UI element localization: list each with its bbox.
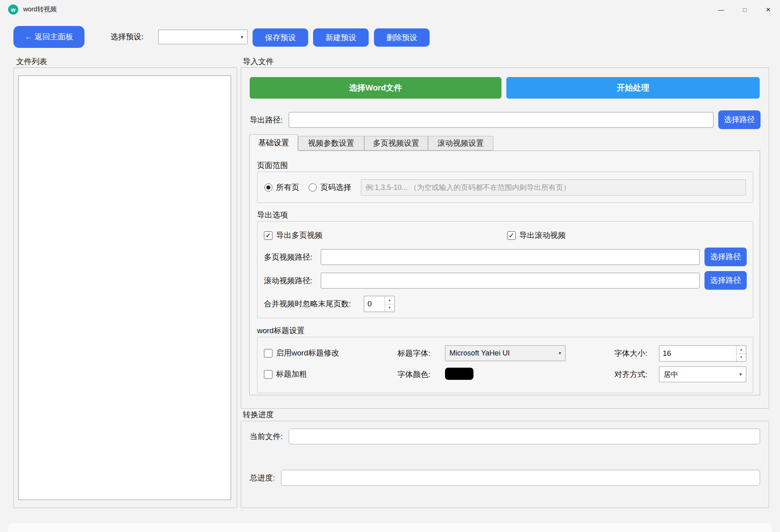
multi-video-path-label: 多页视频路径: [264,249,312,265]
check-icon: ✓ [508,232,514,239]
tab-multipage-video[interactable]: 多页视频设置 [364,136,428,151]
export-multi-video-checkbox[interactable]: ✓ [264,231,272,240]
align-select[interactable]: 居中 ▼ [659,366,746,382]
spinner-arrows: ▲ ▼ [736,346,746,361]
export-options-title: 导出选项 [257,210,288,220]
font-color-swatch[interactable] [445,368,473,380]
scroll-video-path-input[interactable] [321,273,700,289]
font-color-label: 字体颜色: [398,366,430,382]
chevron-down-icon: ▼ [735,367,746,382]
export-scroll-video-label: 导出滚动视频 [519,230,566,241]
export-path-label: 导出路径: [250,112,283,128]
font-size-spinner[interactable]: 16 ▲ ▼ [659,345,746,362]
title-bold-row[interactable]: 标题加粗 [264,369,307,379]
choose-multi-path-button[interactable]: 选择路径 [704,248,747,266]
export-path-input[interactable] [289,112,713,128]
ignore-pages-value: 0 [364,296,385,312]
chevron-down-icon: ▼ [555,346,565,361]
progress-section-title: 转换进度 [243,409,274,420]
minimize-icon[interactable]: — [709,0,733,19]
window-title: word转视频 [23,0,57,19]
export-scroll-video-row[interactable]: ✓ 导出滚动视频 [507,230,566,240]
page-range-title: 页面范围 [257,160,288,171]
title-font-value: Microsoft YaHei UI [445,349,555,358]
start-processing-button[interactable]: 开始处理 [506,77,760,99]
spin-down-icon[interactable]: ▼ [737,354,746,362]
spin-up-icon[interactable]: ▲ [737,346,746,354]
scroll-video-path-label: 滚动视频路径: [264,273,312,289]
align-label: 对齐方式: [614,366,647,382]
maximize-icon[interactable]: □ [733,0,756,19]
delete-preset-button[interactable]: 删除预设 [374,28,430,47]
preset-select[interactable]: ▼ [158,30,248,44]
new-preset-button[interactable]: 新建预设 [313,28,369,47]
ignore-pages-label: 合并视频时忽略末尾页数: [264,296,351,312]
select-word-file-button[interactable]: 选择Word文件 [250,77,501,99]
close-icon[interactable]: ✕ [756,0,780,19]
spin-down-icon[interactable]: ▼ [385,304,394,312]
export-multi-video-row[interactable]: ✓ 导出多页视频 [264,230,322,240]
file-list-box[interactable] [18,75,231,500]
font-size-label: 字体大小: [614,345,647,361]
total-progressbar [281,470,760,486]
choose-export-path-button[interactable]: 选择路径 [718,110,761,129]
choose-scroll-path-button[interactable]: 选择路径 [704,271,747,290]
title-bold-checkbox[interactable] [264,370,272,379]
current-file-progressbar [289,429,760,444]
select-pages-label: 页码选择 [320,182,351,193]
tab-video-params[interactable]: 视频参数设置 [298,136,364,151]
font-size-value: 16 [659,346,736,361]
export-scroll-video-checkbox[interactable]: ✓ [507,231,516,240]
enable-title-edit-row[interactable]: 启用word标题修改 [264,348,339,358]
check-icon: ✓ [265,232,271,239]
file-list-title: 文件列表 [16,56,47,67]
multi-video-path-input[interactable] [321,249,700,265]
import-section-title: 导入文件 [243,56,274,67]
app-icon: w [8,4,18,15]
all-pages-label: 所有页 [276,182,299,193]
tab-scroll-video[interactable]: 滚动视频设置 [428,136,493,151]
save-preset-button[interactable]: 保存预设 [253,28,308,47]
title-font-select[interactable]: Microsoft YaHei UI ▼ [445,345,566,361]
select-pages-radio[interactable] [309,183,317,192]
align-value: 居中 [659,370,735,379]
word-title-settings-title: word标题设置 [257,325,305,336]
enable-title-edit-checkbox[interactable] [264,349,272,358]
spin-up-icon[interactable]: ▲ [385,296,394,304]
enable-title-edit-label: 启用word标题修改 [276,348,339,358]
titlebar: w word转视频 — □ ✕ [0,0,780,19]
ignore-pages-spinner[interactable]: 0 ▲ ▼ [364,296,395,312]
select-pages-radio-row[interactable]: 页码选择 [309,182,351,193]
pages-input[interactable] [361,179,746,196]
all-pages-radio[interactable] [264,183,272,192]
chevron-down-icon: ▼ [237,30,247,44]
total-progress-label: 总进度: [250,470,275,486]
export-multi-video-label: 导出多页视频 [276,230,322,241]
back-to-main-button[interactable]: ← 返回主面板 [13,26,84,48]
title-font-label: 标题字体: [398,345,430,361]
tab-basic-settings[interactable]: 基础设置 [249,134,298,151]
app-icon-letter: w [11,6,15,13]
background-window-edge [8,523,772,532]
current-file-label: 当前文件: [250,429,283,444]
title-bold-label: 标题加粗 [276,369,307,379]
all-pages-radio-row[interactable]: 所有页 [264,182,299,193]
preset-label: 选择预设: [110,26,143,48]
spinner-arrows: ▲ ▼ [385,296,394,312]
